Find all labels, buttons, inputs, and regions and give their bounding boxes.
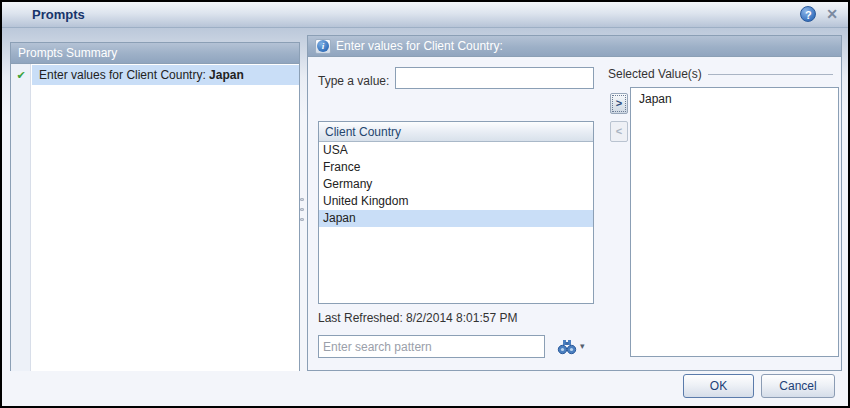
info-icon: i — [315, 39, 331, 54]
value-row-france[interactable]: France — [319, 159, 593, 176]
legend-rule — [708, 74, 833, 75]
summary-prompt-text: Enter values for Client Country: Japan — [39, 68, 244, 82]
last-refreshed-text: Last Refreshed: 8/2/2014 8:01:57 PM — [318, 311, 517, 325]
summary-prompt-value: Japan — [209, 68, 244, 82]
search-options-dropdown-icon[interactable]: ▾ — [580, 341, 585, 351]
search-pattern-input[interactable] — [318, 335, 545, 358]
selected-values-list[interactable]: Japan — [630, 87, 839, 357]
value-row-japan-selected[interactable]: Japan — [319, 210, 593, 227]
close-icon[interactable]: ✕ — [826, 6, 838, 22]
help-icon[interactable]: ? — [800, 6, 816, 22]
selected-value-japan[interactable]: Japan — [631, 88, 838, 108]
remove-value-button[interactable]: < — [610, 121, 628, 142]
prompts-summary-header: Prompts Summary — [11, 43, 299, 64]
value-list-header-label: Client Country — [325, 125, 401, 139]
value-row-germany[interactable]: Germany — [319, 176, 593, 193]
dialog-titlebar[interactable]: Prompts ? ✕ — [2, 2, 848, 28]
selected-values-label: Selected Value(s) — [608, 67, 702, 81]
summary-prompt-row[interactable]: ✔ Enter values for Client Country: Japan — [11, 65, 299, 85]
prompts-summary-title: Prompts Summary — [18, 46, 117, 60]
ok-button[interactable]: OK — [683, 374, 754, 398]
selected-values-legend: Selected Value(s) — [608, 67, 833, 81]
prompts-summary-panel: Prompts Summary ✔ Enter values for Clien… — [10, 42, 300, 371]
type-a-value-input[interactable] — [395, 67, 594, 89]
prompt-panel-title: Enter values for Client Country: — [336, 39, 503, 53]
add-value-button[interactable]: > — [610, 93, 628, 114]
dialog-title: Prompts — [32, 7, 85, 22]
binoculars-search-icon[interactable] — [556, 337, 578, 357]
value-list: Client Country USA France Germany United… — [318, 121, 594, 304]
value-row-united-kingdom[interactable]: United Kingdom — [319, 193, 593, 210]
prompt-panel: i Enter values for Client Country: Type … — [307, 35, 842, 371]
prompts-dialog: Prompts ? ✕ Prompts Summary ✔ Enter valu… — [0, 0, 850, 408]
summary-prompt-label: Enter values for Client Country: — [39, 68, 209, 82]
cancel-button[interactable]: Cancel — [761, 374, 835, 398]
prompts-summary-body: ✔ Enter values for Client Country: Japan — [11, 64, 299, 371]
type-a-value-label: Type a value: — [318, 74, 389, 88]
summary-status-gutter — [11, 64, 31, 371]
prompt-panel-header: i Enter values for Client Country: — [308, 36, 841, 57]
value-list-column-header[interactable]: Client Country — [319, 122, 593, 142]
answered-check-icon: ✔ — [11, 69, 31, 82]
panel-splitter-grip[interactable] — [299, 198, 304, 221]
value-row-usa[interactable]: USA — [319, 142, 593, 159]
